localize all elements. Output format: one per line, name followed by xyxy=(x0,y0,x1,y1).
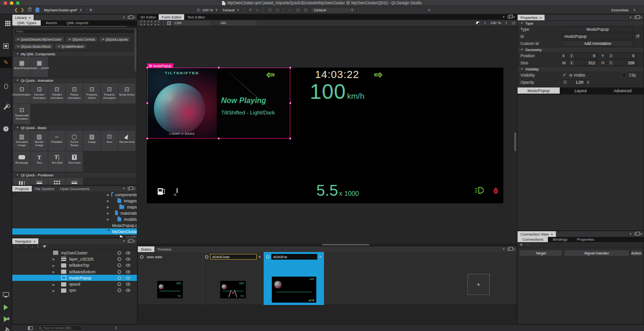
help-mode-button[interactable]: ? xyxy=(0,123,12,134)
filter-icon[interactable] xyxy=(43,245,46,248)
component-item[interactable]: Property Animation xyxy=(101,83,118,104)
style-selector-value[interactable]: Default xyxy=(223,8,234,12)
library-subtab[interactable]: QML Imports xyxy=(62,20,93,26)
close-icon[interactable]: × xyxy=(551,232,553,236)
editor-tab[interactable]: Text Editor xyxy=(184,14,208,20)
chevron-down-icon[interactable]: ▼ xyxy=(502,248,505,251)
state-card[interactable]: × 100 5.5 xyxy=(138,252,203,305)
add-module-button[interactable]: +QtQuick.Controls xyxy=(66,36,98,42)
state-selector[interactable]: Default ▼ xyxy=(311,7,356,13)
height-spinbox[interactable]: ▲▼256 xyxy=(608,60,637,66)
navigator-row[interactable]: ▶ speed ← xyxy=(12,281,137,287)
projects-mode-button[interactable] xyxy=(0,102,12,113)
undock-icon[interactable] xyxy=(128,187,131,190)
add-module-button[interactable]: +QtQuick.Studio.Effects xyxy=(14,44,54,49)
undock-icon[interactable] xyxy=(635,16,637,19)
selection-handle[interactable] xyxy=(146,102,148,104)
component-item[interactable]: Text Input xyxy=(66,151,83,172)
add-state-button[interactable]: + xyxy=(467,274,490,295)
run-button[interactable] xyxy=(0,302,12,313)
state-radio-icon[interactable] xyxy=(140,255,143,259)
canvas-width-field[interactable]: 1280 xyxy=(172,21,210,26)
library-vscrollbar[interactable] xyxy=(134,29,136,71)
filter-input[interactable] xyxy=(14,29,135,34)
navigator-row[interactable]: ▶ telltalesTop ← xyxy=(12,262,137,269)
canvas-height-field[interactable]: 480 xyxy=(219,21,257,26)
tab-connection-view[interactable]: Connection View× xyxy=(518,231,556,237)
component-item[interactable]: Pause Animation xyxy=(66,83,83,104)
component-item[interactable]: Column xyxy=(13,178,30,185)
connection-column-header[interactable]: Action xyxy=(631,250,642,256)
chevron-down-icon[interactable]: ▼ xyxy=(629,16,632,19)
selection-handle[interactable] xyxy=(146,67,148,69)
library-subtab[interactable]: Assets xyxy=(41,20,62,26)
visibility-eye-icon[interactable] xyxy=(126,264,130,267)
component-item[interactable]: Script Action xyxy=(118,83,135,104)
navigator-row[interactable]: ▶ rpm ← xyxy=(12,287,137,294)
welcome-mode-button[interactable] xyxy=(0,16,12,27)
section-header[interactable]: ▼Qt Quick - Positioner xyxy=(12,172,137,177)
component-item[interactable]: Image xyxy=(83,131,100,151)
states-tab[interactable]: States xyxy=(138,246,154,252)
component-item[interactable]: Animated Image xyxy=(13,131,30,151)
component-item[interactable]: MusicPopup xyxy=(13,57,30,77)
chevron-down-icon[interactable]: ▼ xyxy=(502,16,505,18)
undock-icon[interactable] xyxy=(508,16,510,18)
opacity-spinbox[interactable]: ▲▼1,00 xyxy=(562,79,586,85)
is-visible-checkbox[interactable]: ✓ xyxy=(562,73,567,78)
project-tree-row[interactable]: ▶ components xyxy=(12,192,137,198)
component-item[interactable]: Flow xyxy=(31,178,48,185)
export-toggle-icon[interactable]: ← xyxy=(117,257,121,261)
selection-rect[interactable]: musicPopup xyxy=(147,68,290,139)
visibility-eye-icon[interactable] xyxy=(126,270,130,273)
align-right-icon[interactable]: ▥ xyxy=(304,8,308,12)
component-item[interactable]: ColorAnimation xyxy=(13,83,30,104)
state-radio-icon[interactable] xyxy=(266,255,269,259)
component-item[interactable]: Parallel Animation xyxy=(48,83,65,104)
project-tree-row[interactable]: ▶ MusicPopup.qml xyxy=(12,222,137,228)
connection-subtab[interactable]: Bindings xyxy=(548,237,572,242)
export-toggle-icon[interactable]: ← xyxy=(117,288,121,292)
debug-run-button[interactable] xyxy=(0,314,12,325)
locator[interactable] xyxy=(36,325,82,331)
projects-tab[interactable]: File System xyxy=(32,186,57,192)
type-section-header[interactable]: ▼Type xyxy=(518,20,644,26)
remove-connection-icon[interactable]: − xyxy=(527,242,529,247)
snap-to-items-icon[interactable] xyxy=(155,21,159,25)
state-radio-icon[interactable] xyxy=(205,255,208,259)
component-item[interactable]: Border Image xyxy=(31,131,48,151)
state-thumbnail[interactable]: 100 5.5 xyxy=(157,281,183,298)
canvas-vscrollbar[interactable] xyxy=(514,132,516,151)
close-pane-icon[interactable]: × xyxy=(133,16,135,20)
component-item[interactable]: Row xyxy=(66,178,83,185)
workspace-selector[interactable]: Essentials ▲▼ xyxy=(588,7,640,13)
component-item[interactable]: Sequential Animation xyxy=(13,104,30,124)
visibility-eye-icon[interactable] xyxy=(126,252,130,254)
export-toggle-icon[interactable]: ← xyxy=(117,282,121,286)
zoom-target-icon[interactable]: ◎ xyxy=(197,8,200,12)
add-module-button[interactable]: +QtQuick.Layouts xyxy=(99,36,130,42)
state-thumbnail[interactable]: 100 5.5 xyxy=(272,277,316,303)
debug-mode-button[interactable] xyxy=(0,80,12,92)
anchor-icon[interactable]: ✥ xyxy=(249,8,252,12)
add-connection-icon[interactable]: + xyxy=(520,242,523,247)
toggle-left-sidebar-icon[interactable] xyxy=(28,326,33,330)
style-stepper-icon[interactable]: ▲▼ xyxy=(237,9,240,11)
visibility-eye-icon[interactable] xyxy=(126,277,130,279)
expand-arrow-icon[interactable]: ▶ xyxy=(53,257,56,261)
project-tree-row[interactable]: ▶ qmldir xyxy=(12,235,137,238)
navigator-row[interactable]: ▶ telltalesBottom ← xyxy=(12,269,137,275)
undock-icon[interactable] xyxy=(508,248,510,251)
connection-column-header[interactable]: Target xyxy=(519,250,563,256)
build-button[interactable] xyxy=(0,325,12,331)
move-up-icon[interactable]: ↑ xyxy=(37,244,39,249)
tab-properties[interactable]: Properties× xyxy=(518,15,545,20)
reset-size-icon[interactable]: ⧉ xyxy=(276,8,278,13)
kit-selector-button[interactable] xyxy=(0,288,12,300)
undock-icon[interactable] xyxy=(128,240,131,243)
no-snapping-icon[interactable] xyxy=(141,21,145,25)
selection-handle[interactable] xyxy=(146,138,148,139)
clip-checkbox[interactable] xyxy=(622,73,626,78)
edit-mode-button[interactable] xyxy=(0,40,12,52)
id-field[interactable]: musicPopup xyxy=(562,34,633,39)
